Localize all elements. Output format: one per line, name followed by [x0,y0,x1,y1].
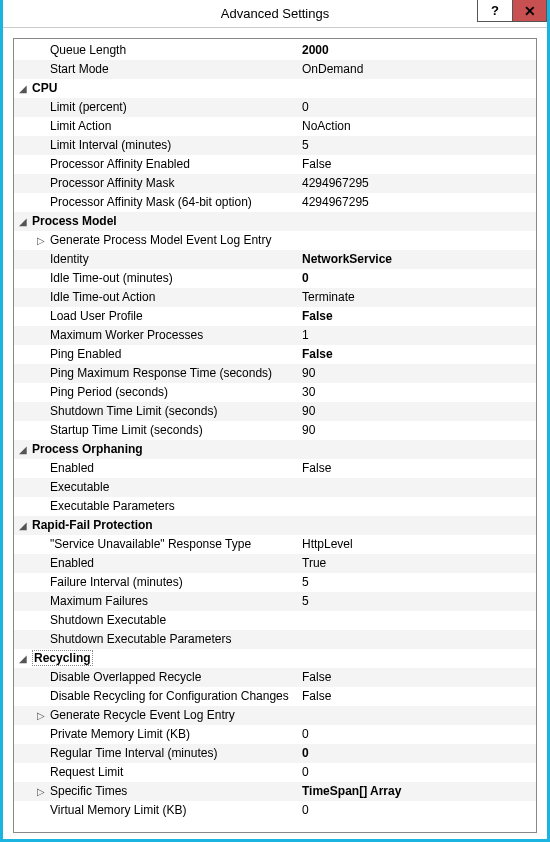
property-row[interactable]: Failure Interval (minutes)5 [14,573,536,592]
expand-toggle-icon[interactable]: ◢ [14,440,32,459]
property-row[interactable]: IdentityNetworkService [14,250,536,269]
property-value[interactable]: 0 [302,744,532,763]
category-row[interactable]: ◢Process Model [14,212,536,231]
property-row[interactable]: Ping Period (seconds)30 [14,383,536,402]
property-label: Enabled [50,459,302,478]
property-label: Idle Time-out (minutes) [50,269,302,288]
property-value[interactable]: 90 [302,364,532,383]
property-value[interactable]: 0 [302,269,532,288]
property-value[interactable]: NetworkService [302,250,532,269]
property-row[interactable]: "Service Unavailable" Response TypeHttpL… [14,535,536,554]
property-row[interactable]: Disable Recycling for Configuration Chan… [14,687,536,706]
property-row[interactable]: Maximum Failures5 [14,592,536,611]
property-value[interactable]: Terminate [302,288,532,307]
property-value[interactable]: 0 [302,725,532,744]
property-row[interactable]: Shutdown Executable [14,611,536,630]
property-row[interactable]: Limit ActionNoAction [14,117,536,136]
category-row[interactable]: ◢Process Orphaning [14,440,536,459]
help-button[interactable]: ? [477,0,512,22]
property-value[interactable]: TimeSpan[] Array [302,782,532,801]
property-row[interactable]: Regular Time Interval (minutes)0 [14,744,536,763]
property-row[interactable]: Processor Affinity Mask4294967295 [14,174,536,193]
property-label: Recycling [32,649,302,668]
property-value[interactable]: 5 [302,573,532,592]
property-row[interactable]: Virtual Memory Limit (KB)0 [14,801,536,820]
property-value[interactable]: False [302,345,532,364]
property-row[interactable]: Queue Length2000 [14,41,536,60]
property-row[interactable]: Start ModeOnDemand [14,60,536,79]
property-row[interactable]: Private Memory Limit (KB)0 [14,725,536,744]
property-label: Regular Time Interval (minutes) [50,744,302,763]
property-row[interactable]: Ping Maximum Response Time (seconds)90 [14,364,536,383]
property-value[interactable]: False [302,155,532,174]
property-row[interactable]: Idle Time-out ActionTerminate [14,288,536,307]
expand-toggle-icon[interactable]: ◢ [14,516,32,535]
property-label: Idle Time-out Action [50,288,302,307]
category-row[interactable]: ◢Rapid-Fail Protection [14,516,536,535]
property-row[interactable]: Ping EnabledFalse [14,345,536,364]
property-row[interactable]: Shutdown Time Limit (seconds)90 [14,402,536,421]
property-value[interactable]: OnDemand [302,60,532,79]
property-label: Queue Length [50,41,302,60]
category-row[interactable]: ◢Recycling [14,649,536,668]
property-value[interactable]: 5 [302,592,532,611]
property-value[interactable]: False [302,687,532,706]
property-label: Maximum Failures [50,592,302,611]
property-label: Failure Interval (minutes) [50,573,302,592]
category-row[interactable]: ◢CPU [14,79,536,98]
property-row[interactable]: Executable Parameters [14,497,536,516]
property-value[interactable]: NoAction [302,117,532,136]
expand-toggle-icon[interactable]: ◢ [14,79,32,98]
property-row[interactable]: Executable [14,478,536,497]
property-row[interactable]: Idle Time-out (minutes)0 [14,269,536,288]
property-row[interactable]: Request Limit0 [14,763,536,782]
property-value[interactable]: 4294967295 [302,174,532,193]
expandable-row[interactable]: ▷Generate Process Model Event Log Entry [14,231,536,250]
property-value[interactable]: 5 [302,136,532,155]
property-value[interactable]: 0 [302,801,532,820]
property-value[interactable]: False [302,307,532,326]
titlebar: Advanced Settings ? ✕ [3,0,547,28]
property-label: Rapid-Fail Protection [32,516,302,535]
property-value[interactable]: 0 [302,763,532,782]
property-label: Executable Parameters [50,497,302,516]
property-label: Limit Action [50,117,302,136]
property-grid[interactable]: Queue Length2000Start ModeOnDemand◢CPULi… [14,39,536,832]
property-row[interactable]: Processor Affinity EnabledFalse [14,155,536,174]
property-label: Identity [50,250,302,269]
property-value[interactable]: 4294967295 [302,193,532,212]
property-value[interactable]: 0 [302,98,532,117]
property-grid-frame: Queue Length2000Start ModeOnDemand◢CPULi… [13,38,537,833]
property-label: Shutdown Executable Parameters [50,630,302,649]
property-row[interactable]: EnabledFalse [14,459,536,478]
property-value[interactable]: False [302,668,532,687]
property-value[interactable]: 90 [302,402,532,421]
expandable-row[interactable]: ▷Specific TimesTimeSpan[] Array [14,782,536,801]
expandable-row[interactable]: ▷Generate Recycle Event Log Entry [14,706,536,725]
close-button[interactable]: ✕ [512,0,547,22]
property-label: Processor Affinity Enabled [50,155,302,174]
property-value[interactable]: 2000 [302,41,532,60]
property-row[interactable]: Processor Affinity Mask (64-bit option)4… [14,193,536,212]
expand-toggle-icon[interactable]: ▷ [32,706,50,725]
property-row[interactable]: Limit Interval (minutes)5 [14,136,536,155]
expand-toggle-icon[interactable]: ◢ [14,212,32,231]
property-value[interactable]: False [302,459,532,478]
property-label: Process Orphaning [32,440,302,459]
property-row[interactable]: Limit (percent)0 [14,98,536,117]
property-value[interactable]: HttpLevel [302,535,532,554]
property-value[interactable]: 90 [302,421,532,440]
property-value[interactable]: 1 [302,326,532,345]
property-row[interactable]: EnabledTrue [14,554,536,573]
property-row[interactable]: Load User ProfileFalse [14,307,536,326]
property-value[interactable]: 30 [302,383,532,402]
property-row[interactable]: Maximum Worker Processes1 [14,326,536,345]
expand-toggle-icon[interactable]: ▷ [32,231,50,250]
property-value[interactable]: True [302,554,532,573]
property-row[interactable]: Disable Overlapped RecycleFalse [14,668,536,687]
property-row[interactable]: Startup Time Limit (seconds)90 [14,421,536,440]
expand-toggle-icon[interactable]: ▷ [32,782,50,801]
expand-toggle-icon[interactable]: ◢ [14,649,32,668]
property-label: Ping Maximum Response Time (seconds) [50,364,302,383]
property-row[interactable]: Shutdown Executable Parameters [14,630,536,649]
